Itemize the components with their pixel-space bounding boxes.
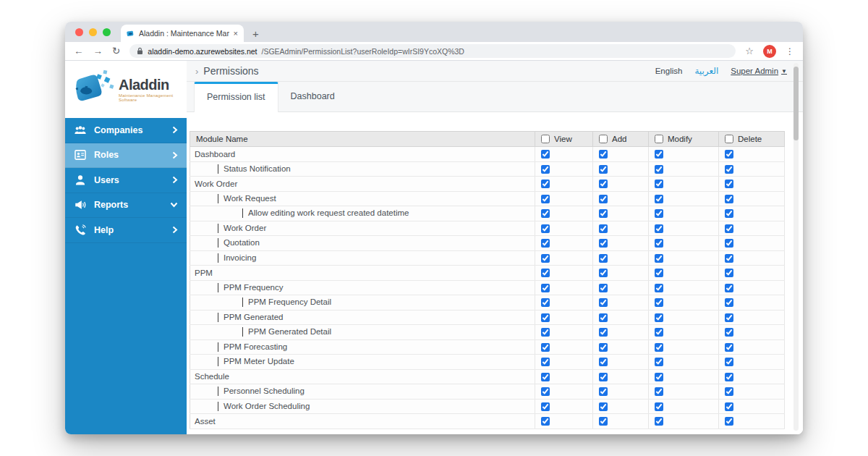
add-permission-checkbox[interactable] xyxy=(599,328,608,337)
sidebar-item-users[interactable]: Users xyxy=(65,168,187,193)
tab-permission-list[interactable]: Permission list xyxy=(194,82,278,112)
modify-permission-checkbox[interactable] xyxy=(655,373,663,381)
delete-permission-checkbox[interactable] xyxy=(725,224,733,233)
modify-permission-checkbox[interactable] xyxy=(655,387,663,396)
delete-permission-checkbox[interactable] xyxy=(725,254,733,263)
delete-permission-checkbox[interactable] xyxy=(725,239,733,248)
view-permission-checkbox[interactable] xyxy=(541,358,550,366)
add-permission-checkbox[interactable] xyxy=(599,343,608,352)
view-permission-checkbox[interactable] xyxy=(541,209,550,218)
add-select-all-checkbox[interactable] xyxy=(599,135,608,143)
add-permission-checkbox[interactable] xyxy=(599,254,608,263)
delete-permission-checkbox[interactable] xyxy=(725,165,733,174)
modify-permission-checkbox[interactable] xyxy=(655,209,663,218)
delete-permission-checkbox[interactable] xyxy=(725,284,733,292)
add-permission-checkbox[interactable] xyxy=(599,284,608,292)
view-permission-checkbox[interactable] xyxy=(541,402,550,411)
view-permission-checkbox[interactable] xyxy=(541,180,550,188)
app-logo[interactable]: Aladdin Maintenance Management Software xyxy=(65,61,187,118)
add-permission-checkbox[interactable] xyxy=(599,150,608,159)
close-window-button[interactable] xyxy=(75,28,83,36)
view-permission-checkbox[interactable] xyxy=(541,224,550,233)
sidebar-item-companies[interactable]: Companies xyxy=(65,118,187,143)
modify-permission-checkbox[interactable] xyxy=(655,298,663,307)
modify-select-all-checkbox[interactable] xyxy=(655,135,663,143)
add-permission-checkbox[interactable] xyxy=(599,313,608,322)
view-permission-checkbox[interactable] xyxy=(541,343,550,352)
profile-avatar[interactable]: M xyxy=(763,45,776,58)
view-permission-checkbox[interactable] xyxy=(541,387,550,396)
add-permission-checkbox[interactable] xyxy=(599,402,608,411)
modify-permission-checkbox[interactable] xyxy=(655,313,663,322)
modify-permission-checkbox[interactable] xyxy=(655,165,663,174)
forward-icon[interactable]: → xyxy=(93,46,103,56)
add-permission-checkbox[interactable] xyxy=(599,224,608,233)
sidebar-item-help[interactable]: Help xyxy=(65,218,187,243)
view-permission-checkbox[interactable] xyxy=(541,284,550,292)
delete-permission-checkbox[interactable] xyxy=(725,343,733,352)
sidebar-item-roles[interactable]: Roles xyxy=(65,143,187,169)
modify-permission-checkbox[interactable] xyxy=(655,224,663,233)
view-permission-checkbox[interactable] xyxy=(541,195,550,203)
browser-menu-icon[interactable]: ⋮ xyxy=(786,46,794,56)
view-permission-checkbox[interactable] xyxy=(541,298,550,307)
browser-tab[interactable]: Aladdin : Maintenance Manage × xyxy=(121,25,244,42)
view-select-all-checkbox[interactable] xyxy=(541,135,550,143)
minimize-window-button[interactable] xyxy=(89,28,97,36)
page-scrollbar[interactable] xyxy=(793,63,799,431)
delete-permission-checkbox[interactable] xyxy=(725,150,733,159)
delete-permission-checkbox[interactable] xyxy=(725,209,733,218)
url-bar[interactable]: aladdin-demo.azurewebsites.net/SGEAdmin/… xyxy=(129,44,736,58)
view-permission-checkbox[interactable] xyxy=(541,373,550,381)
maximize-window-button[interactable] xyxy=(103,28,111,36)
reload-icon[interactable]: ↻ xyxy=(112,46,120,56)
delete-permission-checkbox[interactable] xyxy=(725,313,733,322)
modify-permission-checkbox[interactable] xyxy=(655,254,663,263)
modify-permission-checkbox[interactable] xyxy=(655,417,663,426)
modify-permission-checkbox[interactable] xyxy=(655,328,663,337)
add-permission-checkbox[interactable] xyxy=(599,195,608,203)
delete-permission-checkbox[interactable] xyxy=(725,417,733,426)
delete-permission-checkbox[interactable] xyxy=(725,402,733,411)
view-permission-checkbox[interactable] xyxy=(541,328,550,337)
modify-permission-checkbox[interactable] xyxy=(655,402,663,411)
delete-permission-checkbox[interactable] xyxy=(725,269,733,277)
delete-select-all-checkbox[interactable] xyxy=(725,135,733,143)
add-permission-checkbox[interactable] xyxy=(599,358,608,366)
modify-permission-checkbox[interactable] xyxy=(655,195,663,203)
add-permission-checkbox[interactable] xyxy=(599,165,608,174)
delete-permission-checkbox[interactable] xyxy=(725,180,733,188)
add-permission-checkbox[interactable] xyxy=(599,373,608,381)
view-permission-checkbox[interactable] xyxy=(541,313,550,322)
language-arabic-link[interactable]: العربية xyxy=(694,66,718,76)
add-permission-checkbox[interactable] xyxy=(599,209,608,218)
view-permission-checkbox[interactable] xyxy=(541,165,550,174)
delete-permission-checkbox[interactable] xyxy=(725,358,733,366)
bookmark-star-icon[interactable]: ☆ xyxy=(745,46,754,56)
delete-permission-checkbox[interactable] xyxy=(725,387,733,396)
new-tab-button[interactable]: + xyxy=(252,28,259,40)
modify-permission-checkbox[interactable] xyxy=(655,269,663,277)
view-permission-checkbox[interactable] xyxy=(541,269,550,277)
modify-permission-checkbox[interactable] xyxy=(655,150,663,159)
scrollbar-thumb[interactable] xyxy=(793,67,799,140)
modify-permission-checkbox[interactable] xyxy=(655,343,663,352)
view-permission-checkbox[interactable] xyxy=(541,239,550,248)
delete-permission-checkbox[interactable] xyxy=(725,298,733,307)
language-english-link[interactable]: English xyxy=(655,67,683,75)
back-icon[interactable]: ← xyxy=(74,46,84,56)
delete-permission-checkbox[interactable] xyxy=(725,328,733,337)
add-permission-checkbox[interactable] xyxy=(599,417,608,426)
tab-dashboard[interactable]: Dashboard xyxy=(278,82,347,111)
user-menu-dropdown[interactable]: Super Admin ▼ xyxy=(731,67,787,75)
view-permission-checkbox[interactable] xyxy=(541,417,550,426)
add-permission-checkbox[interactable] xyxy=(599,180,608,188)
view-permission-checkbox[interactable] xyxy=(541,254,550,263)
modify-permission-checkbox[interactable] xyxy=(655,180,663,188)
tab-close-icon[interactable]: × xyxy=(234,29,238,38)
add-permission-checkbox[interactable] xyxy=(599,239,608,248)
add-permission-checkbox[interactable] xyxy=(599,298,608,307)
delete-permission-checkbox[interactable] xyxy=(725,195,733,203)
sidebar-item-reports[interactable]: Reports xyxy=(65,193,187,219)
add-permission-checkbox[interactable] xyxy=(599,387,608,396)
